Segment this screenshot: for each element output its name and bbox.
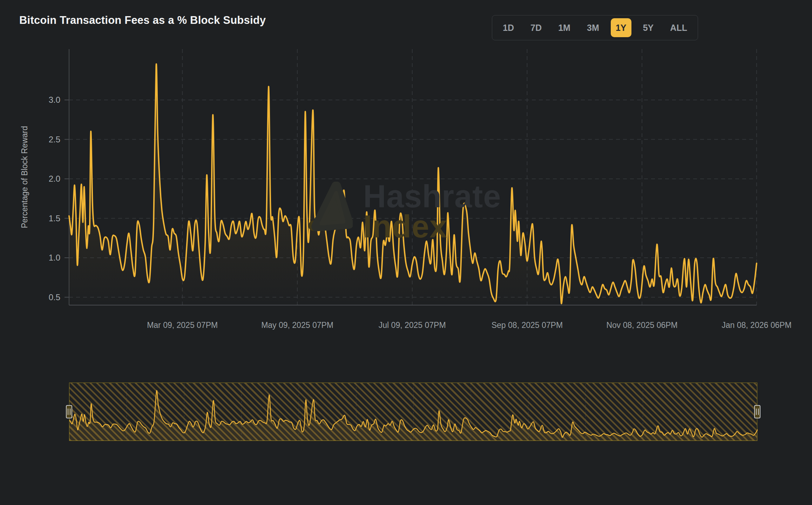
y-tick-label: 1.0 (15, 252, 60, 263)
x-tick-label: Jul 09, 2025 07PM (356, 320, 468, 330)
y-tick-label: 0.5 (15, 292, 60, 303)
y-tick-label: 2.5 (15, 134, 60, 145)
x-tick-label: Sep 08, 2025 07PM (471, 320, 583, 330)
navigator-chart (69, 383, 758, 441)
y-tick-label: 1.5 (15, 213, 60, 224)
x-tick-label: Nov 08, 2025 06PM (586, 320, 698, 330)
navigator[interactable] (69, 383, 757, 441)
y-tick-label: 3.0 (15, 94, 60, 106)
navigator-handle-left[interactable] (66, 405, 72, 418)
y-tick-label: 2.0 (15, 173, 60, 184)
x-tick-label: Mar 09, 2025 07PM (126, 320, 238, 330)
navigator-handle-right[interactable] (754, 405, 760, 418)
x-tick-label: May 09, 2025 07PM (241, 320, 353, 330)
x-tick-label: Jan 08, 2026 06PM (701, 320, 812, 330)
chart-page: Bitcoin Transaction Fees as a % Block Su… (0, 0, 812, 505)
